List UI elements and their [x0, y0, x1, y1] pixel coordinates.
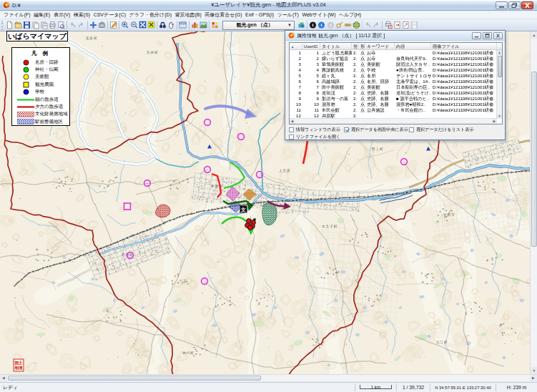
toolbar-button-print[interactable] [48, 21, 56, 30]
menu-item-0[interactable]: ファイル(F) [4, 11, 31, 19]
toolbar-button-export-page[interactable] [393, 21, 401, 30]
table-body[interactable]: 11ぶどう観光農園2.点お寺D:¥data1¥121108¥121001研修22… [290, 50, 497, 119]
table-row-4[interactable]: 44興譲館高校2.点学校●所在/岡山県..D:¥data1¥121108¥121… [290, 67, 497, 73]
toolbar-button-search-binoculars[interactable] [158, 21, 167, 30]
scroll-left-arrow[interactable]: ◀ [0, 375, 7, 381]
toolbar-button-zoom-out[interactable] [129, 21, 138, 30]
column-header-3[interactable]: 登 [352, 43, 359, 49]
toolbar-button-image-bg[interactable] [199, 21, 207, 30]
column-header-7[interactable]: 画像ファイル [431, 43, 497, 49]
hscroll-thumb[interactable] [8, 376, 261, 381]
dialog-minimize-button[interactable] [472, 32, 481, 39]
toolbar-button-measure-line[interactable] [343, 21, 352, 30]
column-header-1[interactable]: UserID [302, 43, 320, 49]
table-row-7[interactable]: 77田中美術館2.点美術館日本彫刻界の巨..D:¥data1¥121108¥12… [290, 84, 497, 90]
menu-item-4[interactable]: CSVデータ(C) [94, 11, 126, 19]
column-header-6[interactable]: 内容 [395, 43, 431, 49]
toolbar-button-layer-colors[interactable] [297, 21, 306, 30]
toolbar-button-print-map[interactable] [384, 21, 393, 30]
attribute-info-dialog[interactable]: 属性情報 観光.gen （点） [ 11/12 選択 ] ▲UserIDタイトル… [285, 30, 506, 140]
column-header-4[interactable]: 形 [359, 43, 365, 49]
checkbox[interactable] [289, 127, 294, 132]
map-horizontal-scrollbar[interactable]: ◀ ▶ [0, 374, 537, 381]
table-row-6[interactable]: 66高越城跡.2.点名所、旧跡北条早雲は、14..D:¥data1¥121108… [290, 79, 497, 84]
close-button[interactable] [521, 1, 533, 9]
table-scroll-up-arrow[interactable]: ▲ [497, 50, 502, 55]
checkbox-option-0[interactable]: 情報ウィンドウの表示 [289, 127, 340, 133]
dialog-title-bar[interactable]: 属性情報 観光.gen （点） [ 11/12 選択 ] [285, 31, 505, 41]
vscroll-thumb[interactable] [531, 72, 537, 247]
map-vertical-scrollbar[interactable]: ▲ ▼ [530, 31, 537, 374]
toolbar-button-save[interactable] [22, 21, 31, 30]
map-viewport[interactable]: 芳井町美星町井原市高屋町木之子町笠岡市上之原大江町野上町神代町国土地理文✱ いば… [0, 31, 537, 374]
minimize-button[interactable] [496, 1, 508, 9]
table-row-2[interactable]: 22嫁いらず観音2.点お寺奈良時代天平9..D:¥data1¥121108¥12… [290, 56, 497, 62]
scroll-down-arrow[interactable]: ▼ [531, 367, 537, 374]
menu-item-11[interactable]: ヘルプ(H) [339, 11, 361, 19]
toolbar-button-redo[interactable] [77, 21, 86, 30]
column-header-0[interactable]: ▲ [290, 43, 302, 49]
table-scroll-down-arrow[interactable]: ▼ [497, 114, 502, 119]
toolbar-button-info-blue[interactable]: i [317, 21, 326, 30]
toolbar-button-zoom-extent[interactable] [138, 21, 147, 30]
checkbox-checked[interactable] [344, 127, 349, 132]
dialog-maximize-button[interactable] [483, 32, 492, 39]
menu-item-9[interactable]: ツール(T) [277, 11, 299, 19]
table-row-3[interactable]: 33華鴒美術館2.点美術館財団法人タカヤ..D:¥data1¥121108¥12… [290, 62, 497, 67]
selected-point-marker-4[interactable] [248, 225, 253, 230]
restore-button[interactable] [508, 1, 521, 9]
table-row-1[interactable]: 11ぶどう観光農園2.点お寺D:¥data1¥121108¥121001研修 [290, 50, 497, 56]
table-scroll-right-arrow[interactable]: ▶ [492, 119, 497, 124]
toolbar-button-info-gray[interactable]: i [326, 21, 335, 30]
layer-select-combobox[interactable]: 観光.gen （点）▼ [222, 21, 295, 30]
toolbar-button-pan-hand[interactable] [167, 21, 176, 30]
menu-item-5[interactable]: グラフ・色分け(D) [129, 11, 172, 19]
toolbar-button-undo[interactable] [69, 21, 77, 30]
toolbar-button-zoom-fit[interactable] [147, 21, 155, 30]
toolbar-button-measure-area[interactable] [352, 21, 360, 30]
toolbar-button-copy-layer[interactable] [31, 21, 39, 30]
menu-item-10[interactable]: Webサイト(W) [302, 11, 335, 19]
menu-item-6[interactable]: 背景地図(B) [174, 11, 201, 19]
menu-item-8[interactable]: Exif・GPS(I) [245, 11, 274, 19]
toolbar-button-export-image[interactable] [401, 21, 410, 30]
table-vertical-scrollbar[interactable]: ▲ ▼ [496, 50, 502, 119]
table-row-8[interactable]: 88道祖渓2.点史跡、名勝道祖渓(どうそけ..D:¥data1¥121108¥1… [290, 90, 497, 96]
checkbox[interactable] [289, 134, 294, 139]
dialog-close-button[interactable] [493, 32, 503, 39]
toolbar-button-new-file[interactable] [5, 21, 14, 30]
toolbar-button-zoom-in[interactable] [121, 21, 129, 30]
scroll-right-arrow[interactable]: ▶ [530, 375, 537, 381]
table-row-11[interactable]: 1111市民会館2.点公共施設・市民会館の..D:¥data1¥121108¥1… [290, 107, 497, 113]
toolbar-button-add-point[interactable] [89, 21, 97, 30]
column-header-5[interactable]: キーワード [365, 43, 395, 49]
column-header-2[interactable]: タイトル [320, 43, 352, 49]
scroll-up-arrow[interactable]: ▲ [531, 31, 537, 39]
toolbar-button-print-preview[interactable] [57, 21, 66, 30]
table-row-5[interactable]: 55経ヶ丸2.点名所テントサイト(1サイ..D:¥data1¥121108¥12… [290, 73, 497, 79]
menu-item-2[interactable]: 表示(V) [54, 11, 70, 19]
checkbox-option-2[interactable]: 選択データだけをリスト表示 [409, 127, 473, 133]
toolbar-button-attribute-table[interactable] [179, 21, 187, 30]
toolbar-button-open-folder[interactable] [14, 21, 22, 30]
table-header-row[interactable]: ▲UserIDタイトル登形キーワード内容画像ファイル [290, 43, 502, 50]
checkbox-option-3[interactable]: リンクファイルを開く [289, 134, 340, 140]
table-row-9[interactable]: 99那須与一の墓2.点史跡、名勝■ 源平合戦のヒ..D:¥data1¥12110… [290, 96, 497, 102]
menu-item-3[interactable]: 検索(S) [74, 11, 90, 19]
checkbox-option-1[interactable]: 選択データを画面中央に表示 [344, 127, 408, 133]
toolbar-button-undo-edit[interactable] [364, 21, 373, 30]
table-vscroll-thumb[interactable] [498, 56, 502, 77]
table-horizontal-scrollbar[interactable]: ◀ ▶ [290, 118, 497, 124]
toolbar-button-redo-edit[interactable] [373, 21, 381, 30]
checkbox[interactable] [409, 127, 414, 132]
toolbar-button-layer-list[interactable] [210, 21, 219, 30]
toolbar-button-save-disabled[interactable] [410, 21, 418, 30]
toolbar-button-capture[interactable] [97, 21, 106, 30]
toolbar-button-select-zoom[interactable] [335, 21, 343, 30]
attribute-table[interactable]: ▲UserIDタイトル登形キーワード内容画像ファイル 11ぶどう観光農園2.点お… [289, 42, 503, 124]
table-row-10[interactable]: 1010浪形岩2.点史跡、名勝浪形岩●昭和2..D:¥data1¥121108¥… [290, 102, 497, 107]
menu-item-7[interactable]: 画像位置合せ(G) [205, 11, 242, 19]
menu-item-1[interactable]: 編集(E) [34, 11, 50, 19]
toolbar-button-chart[interactable] [190, 21, 199, 30]
toolbar-button-paste-layer[interactable] [39, 21, 48, 30]
